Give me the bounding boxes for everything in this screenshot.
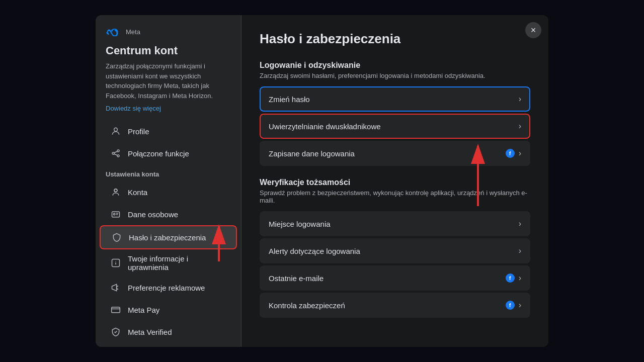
sidebar-title: Centrum kont	[96, 44, 241, 61]
meta-logo: Meta	[106, 27, 140, 36]
sidebar-item-haslo[interactable]: Hasło i zabezpieczenia	[100, 225, 237, 249]
megaphone-icon	[110, 282, 122, 294]
svg-point-3	[117, 155, 119, 157]
id-card-icon	[110, 208, 122, 220]
miejsce-logowania-label: Miejsce logowania	[269, 220, 331, 228]
weryfikacja-section: Weryfikacje tożsamości Sprawdź problem z…	[260, 178, 530, 318]
emaile-right: f ›	[506, 274, 521, 283]
profile-label: Profile	[128, 127, 149, 136]
sidebar-item-profile[interactable]: Profile	[100, 120, 237, 142]
emaile-item[interactable]: Ostatnie e-maile f ›	[260, 265, 530, 291]
account-settings-label: Ustawienia konta	[96, 164, 241, 181]
haslo-label: Hasło i zabezpieczenia	[129, 233, 206, 242]
facebook-icon-zapisane: f	[506, 149, 515, 158]
dwuskladnikowe-label: Uwierzytelnianie dwuskładnikowe	[269, 122, 381, 131]
zmien-haslo-label: Zmień hasło	[269, 95, 310, 104]
person-icon	[110, 125, 122, 137]
alerty-item[interactable]: Alerty dotyczące logowania ›	[260, 238, 530, 263]
miejsce-logowania-chevron: ›	[519, 219, 521, 228]
zapisane-dane-item[interactable]: Zapisane dane logowania f ›	[260, 141, 530, 166]
emaile-chevron: ›	[519, 274, 521, 283]
zapisane-dane-label: Zapisane dane logowania	[269, 149, 355, 158]
svg-line-5	[114, 154, 117, 155]
main-content: Hasło i zabezpieczenia Logowanie i odzys…	[242, 15, 548, 347]
svg-line-4	[114, 151, 117, 153]
emaile-label: Ostatnie e-maile	[269, 274, 324, 283]
kontrola-chevron: ›	[519, 301, 521, 310]
alerty-right: ›	[519, 246, 521, 255]
accounts-icon	[110, 186, 122, 198]
zmien-haslo-right: ›	[519, 95, 521, 104]
main-title: Hasło i zabezpieczenia	[260, 31, 530, 47]
dwuskladnikowe-right: ›	[519, 122, 521, 131]
modal: × Meta Centrum kont Zarządzaj połączonym…	[96, 15, 548, 347]
sidebar-item-info[interactable]: Twoje informacje i uprawnienia	[100, 249, 237, 277]
zapisane-dane-right: f ›	[506, 149, 521, 158]
weryfikacja-desc: Sprawdź problem z bezpieczeństwem, wykon…	[260, 189, 530, 204]
svg-rect-15	[112, 307, 120, 313]
svg-point-7	[114, 189, 117, 192]
alerty-label: Alerty dotyczące logowania	[269, 247, 360, 255]
kontrola-item[interactable]: Kontrola zabezpieczeń f ›	[260, 293, 530, 318]
reklamy-label: Preferencje reklamowe	[128, 284, 205, 292]
pay-label: Meta Pay	[128, 306, 159, 314]
miejsce-logowania-item[interactable]: Miejsce logowania ›	[260, 211, 530, 236]
verified-label: Meta Verified	[128, 328, 172, 336]
miejsce-logowania-right: ›	[519, 219, 521, 228]
svg-point-2	[117, 150, 119, 152]
shield-check-icon	[110, 326, 122, 338]
zapisane-dane-chevron: ›	[519, 149, 521, 158]
shield-icon	[111, 231, 123, 243]
facebook-icon-emaile: f	[506, 274, 515, 283]
logowanie-desc: Zarządzaj swoimi hasłami, preferencjami …	[260, 72, 530, 79]
close-button[interactable]: ×	[525, 22, 541, 38]
card-icon	[110, 304, 122, 316]
svg-point-1	[112, 152, 114, 154]
logowanie-title: Logowanie i odzyskiwanie	[260, 61, 530, 70]
connected-icon	[110, 147, 122, 159]
kontrola-label: Kontrola zabezpieczeń	[269, 301, 345, 310]
sidebar-item-verified[interactable]: Meta Verified	[100, 321, 237, 343]
dwuskladnikowe-chevron: ›	[519, 122, 521, 131]
sidebar-item-pay[interactable]: Meta Pay	[100, 299, 237, 321]
sidebar: Meta Centrum kont Zarządzaj połączonymi …	[96, 15, 242, 347]
zmien-haslo-item[interactable]: Zmień hasło ›	[260, 86, 530, 112]
sidebar-item-dane[interactable]: Dane osobowe	[100, 203, 237, 225]
dane-label: Dane osobowe	[128, 210, 178, 219]
sidebar-item-connected[interactable]: Połączone funkcje	[100, 142, 237, 164]
facebook-icon-kontrola: f	[506, 301, 515, 310]
zmien-haslo-chevron: ›	[519, 95, 521, 104]
meta-logo-area: Meta	[96, 27, 241, 44]
logowanie-section: Logowanie i odzyskiwanie Zarządzaj swoim…	[260, 61, 530, 166]
info-label: Twoje informacje i uprawnienia	[128, 254, 227, 272]
info-icon	[110, 257, 122, 269]
sidebar-description: Zarządzaj połączonymi funkcjami i ustawi…	[96, 61, 241, 105]
sidebar-item-reklamy[interactable]: Preferencje reklamowe	[100, 277, 237, 299]
svg-point-9	[113, 213, 115, 215]
learn-more-link[interactable]: Dowiedz się więcej	[96, 105, 241, 120]
connected-label: Połączone funkcje	[128, 149, 189, 158]
sidebar-item-konta[interactable]: Konta	[100, 181, 237, 203]
dwuskladnikowe-item[interactable]: Uwierzytelnianie dwuskładnikowe ›	[260, 114, 530, 139]
svg-point-0	[114, 128, 118, 131]
modal-overlay: × Meta Centrum kont Zarządzaj połączonym…	[0, 0, 644, 362]
kontrola-right: f ›	[506, 301, 521, 310]
alerty-chevron: ›	[519, 246, 521, 255]
weryfikacja-title: Weryfikacje tożsamości	[260, 178, 530, 187]
meta-text: Meta	[126, 28, 140, 36]
konta-label: Konta	[128, 188, 147, 197]
